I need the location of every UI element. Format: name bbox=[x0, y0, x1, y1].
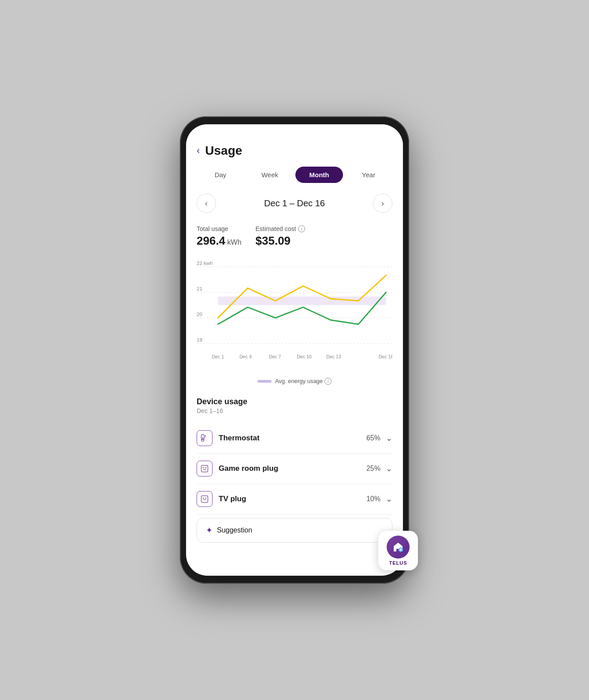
svg-text:19: 19 bbox=[197, 337, 202, 343]
game-room-plug-name: Game room plug bbox=[219, 464, 366, 473]
device-item-tv-plug[interactable]: TV plug 10% ⌄ bbox=[197, 484, 392, 514]
usage-value: 296.4 kWh bbox=[197, 234, 242, 248]
usage-label: Total usage bbox=[197, 225, 242, 232]
tv-plug-icon-wrap bbox=[197, 491, 212, 507]
thermostat-name: Thermostat bbox=[219, 434, 366, 443]
svg-text:Dec 13: Dec 13 bbox=[326, 354, 341, 359]
device-item-game-room-plug[interactable]: Game room plug 25% ⌄ bbox=[197, 454, 392, 484]
date-next-button[interactable]: › bbox=[373, 194, 392, 213]
telus-label: TELUS bbox=[389, 560, 407, 566]
tab-bar: Day Week Month Year bbox=[197, 167, 392, 183]
cost-value: $35.09 bbox=[256, 234, 306, 248]
legend-info-icon[interactable]: i bbox=[324, 378, 332, 385]
device-usage-section: Device usage Dec 1–16 Thermostat bbox=[197, 397, 392, 514]
telus-home-icon bbox=[391, 540, 405, 554]
content-area: ‹ Usage Day Week Month Year ‹ Dec 1 – De… bbox=[186, 144, 403, 576]
status-bar bbox=[186, 124, 403, 144]
svg-text:Dec 1: Dec 1 bbox=[212, 354, 224, 359]
avg-legend-line bbox=[257, 380, 272, 383]
tv-plug-pct: 10% bbox=[366, 495, 380, 503]
game-room-plug-chevron: ⌄ bbox=[386, 464, 392, 473]
tv-plug-icon bbox=[200, 495, 209, 503]
svg-text:20: 20 bbox=[197, 312, 202, 317]
svg-text:Dec 16: Dec 16 bbox=[379, 354, 392, 359]
game-room-plug-pct: 25% bbox=[366, 465, 380, 473]
date-prev-button[interactable]: ‹ bbox=[197, 194, 216, 213]
date-nav: ‹ Dec 1 – Dec 16 › bbox=[197, 194, 392, 213]
svg-point-16 bbox=[201, 439, 204, 441]
tab-year[interactable]: Year bbox=[345, 167, 392, 183]
usage-chart: 22 kwh 21 20 19 Dec 1 Dec 4 Dec 7 Dec 10 bbox=[197, 258, 392, 369]
svg-rect-20 bbox=[201, 465, 208, 472]
phone-screen: ‹ Usage Day Week Month Year ‹ Dec 1 – De… bbox=[186, 124, 403, 576]
tab-day[interactable]: Day bbox=[197, 167, 244, 183]
device-item-thermostat[interactable]: Thermostat 65% ⌄ bbox=[197, 423, 392, 454]
tv-plug-chevron: ⌄ bbox=[386, 494, 392, 504]
sparkle-icon: ✦ bbox=[206, 525, 212, 535]
svg-point-26 bbox=[205, 498, 207, 499]
thermostat-icon bbox=[200, 434, 209, 443]
header: ‹ Usage bbox=[197, 144, 392, 158]
svg-point-21 bbox=[203, 467, 204, 469]
suggestion-bar[interactable]: ✦ Suggestion bbox=[197, 518, 392, 543]
thermostat-icon-wrap bbox=[197, 430, 212, 446]
cost-label: Estimated cost i bbox=[256, 225, 306, 232]
suggestion-text: Suggestion bbox=[217, 526, 252, 534]
svg-text:Dec 7: Dec 7 bbox=[269, 354, 281, 359]
svg-text:Dec 10: Dec 10 bbox=[297, 354, 312, 359]
svg-text:22 kwh: 22 kwh bbox=[197, 261, 213, 266]
back-button[interactable]: ‹ bbox=[197, 145, 200, 156]
page-title: Usage bbox=[205, 144, 242, 158]
tab-week[interactable]: Week bbox=[246, 167, 294, 183]
estimated-cost-block: Estimated cost i $35.09 bbox=[256, 225, 306, 248]
game-room-plug-icon-wrap bbox=[197, 461, 212, 477]
avg-legend-text: Avg. energy usage i bbox=[275, 378, 332, 385]
stats-row: Total usage 296.4 kWh Estimated cost i $… bbox=[197, 225, 392, 248]
telus-badge: TELUS bbox=[378, 531, 418, 570]
phone-wrapper: ‹ Usage Day Week Month Year ‹ Dec 1 – De… bbox=[180, 116, 409, 584]
tv-plug-name: TV plug bbox=[219, 495, 366, 503]
svg-text:21: 21 bbox=[197, 286, 202, 291]
total-usage-block: Total usage 296.4 kWh bbox=[197, 225, 242, 248]
tab-month[interactable]: Month bbox=[295, 167, 343, 183]
cost-info-icon[interactable]: i bbox=[298, 225, 305, 232]
svg-point-25 bbox=[203, 498, 204, 499]
chart-legend: Avg. energy usage i bbox=[197, 378, 392, 385]
thermostat-pct: 65% bbox=[366, 434, 380, 442]
thermostat-chevron: ⌄ bbox=[386, 433, 392, 443]
game-room-plug-icon bbox=[200, 464, 209, 473]
device-usage-title: Device usage bbox=[197, 397, 392, 406]
date-range: Dec 1 – Dec 16 bbox=[264, 198, 325, 209]
svg-rect-24 bbox=[201, 495, 208, 502]
device-usage-subtitle: Dec 1–16 bbox=[197, 407, 392, 414]
svg-point-22 bbox=[205, 467, 207, 469]
chart-container: 22 kwh 21 20 19 Dec 1 Dec 4 Dec 7 Dec 10 bbox=[197, 258, 392, 371]
svg-text:Dec 4: Dec 4 bbox=[239, 354, 252, 359]
telus-logo bbox=[387, 536, 410, 559]
